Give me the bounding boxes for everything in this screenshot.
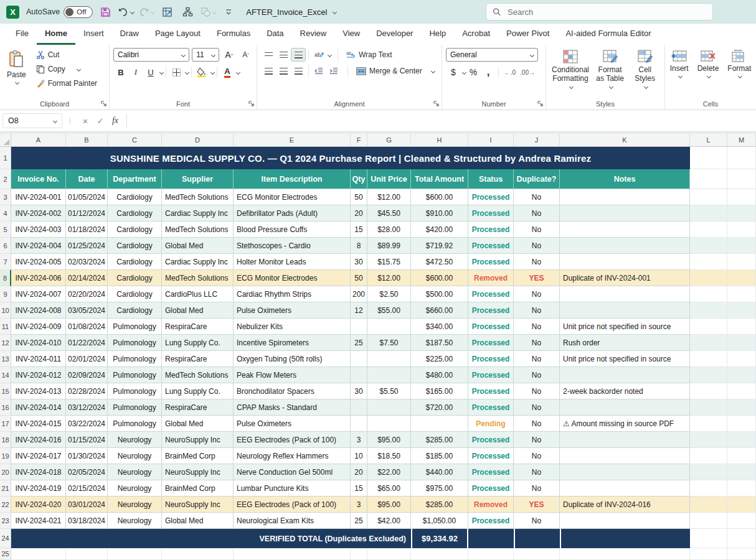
cell-B18[interactable]: 01/15/2024	[66, 432, 108, 448]
cell-M3[interactable]	[727, 189, 756, 205]
cell-M25[interactable]	[727, 548, 756, 560]
cell-E19[interactable]: Neurology Reflex Hammers	[234, 448, 351, 464]
verified-total-label[interactable]: VERIFIED TOTAL (Duplicates Excluded)	[11, 529, 411, 548]
tab-insert[interactable]: Insert	[75, 24, 112, 45]
cell-G18[interactable]: $95.00	[367, 432, 411, 448]
cell-M1[interactable]	[727, 147, 756, 169]
cell-F23[interactable]: 25	[351, 513, 367, 529]
row-header-21[interactable]: 21	[0, 480, 11, 497]
cell-H11[interactable]: $340.00	[411, 319, 468, 335]
cell-H14[interactable]: $480.00	[411, 367, 468, 383]
search-input[interactable]	[506, 7, 706, 17]
cell-M24[interactable]	[727, 529, 756, 548]
cell-G25[interactable]	[367, 548, 411, 560]
cell-B22[interactable]: 03/01/2024	[66, 497, 108, 513]
cell-E11[interactable]: Nebulizer Kits	[234, 319, 351, 335]
cell-H10[interactable]: $660.00	[411, 302, 468, 319]
cell-D6[interactable]: Global Med	[162, 238, 234, 254]
shapes-button[interactable]	[200, 4, 216, 20]
borders-button[interactable]	[169, 65, 184, 79]
cell-J7[interactable]: No	[514, 254, 560, 270]
cell-D16[interactable]: RespiraCare	[162, 399, 234, 416]
cell-G16[interactable]	[367, 399, 411, 416]
cell-L6[interactable]	[690, 238, 727, 254]
cell-G19[interactable]: $18.50	[367, 448, 411, 464]
cell-K11[interactable]: Unit price not specified in source	[560, 319, 690, 335]
format-painter-button[interactable]: Format Painter	[34, 77, 99, 90]
cell-E18[interactable]: EEG Electrodes (Pack of 100)	[234, 432, 351, 448]
cell-F8[interactable]: 50	[351, 270, 367, 286]
row-header-5[interactable]: 5	[0, 222, 11, 238]
cell-M23[interactable]	[727, 513, 756, 529]
format-cells-chevron[interactable]	[738, 74, 742, 78]
cell-C11[interactable]: Pulmonology	[108, 319, 162, 335]
cell-G9[interactable]: $2.50	[367, 286, 411, 302]
row-header-8[interactable]: 8	[0, 270, 11, 286]
cell-M17[interactable]	[727, 416, 756, 432]
cell-F4[interactable]: 20	[351, 205, 367, 222]
merge-center-button[interactable]: Merge & Center	[354, 64, 437, 78]
delete-cells-chevron[interactable]	[707, 74, 711, 78]
cell-A25[interactable]	[11, 548, 66, 560]
cell-A6[interactable]: INV-2024-004	[11, 238, 66, 254]
cell-L15[interactable]	[690, 383, 727, 399]
align-bottom-button[interactable]	[291, 48, 306, 62]
row-header-14[interactable]: 14	[0, 367, 11, 383]
tab-home[interactable]: Home	[37, 24, 75, 45]
cell-L25[interactable]	[690, 548, 727, 560]
table-header-notes[interactable]: Notes	[560, 169, 690, 189]
cell-I4[interactable]: Processed	[468, 205, 514, 222]
cell-E10[interactable]: Pulse Oximeters	[234, 302, 351, 319]
cell-I24[interactable]	[468, 529, 514, 548]
cell-K22[interactable]: Duplicate of INV-2024-016	[560, 497, 690, 513]
font-color-button[interactable]: A	[220, 65, 235, 79]
cell-F25[interactable]	[351, 548, 367, 560]
cell-F9[interactable]: 200	[351, 286, 367, 302]
tab-developer[interactable]: Developer	[368, 24, 421, 45]
cell-F5[interactable]: 15	[351, 222, 367, 238]
row-header-25[interactable]: 25	[0, 548, 11, 560]
cell-M19[interactable]	[727, 448, 756, 464]
cell-I15[interactable]: Processed	[468, 383, 514, 399]
tab-ai-aided-formula-editor[interactable]: AI-aided Formula Editor	[557, 24, 659, 45]
row-header-7[interactable]: 7	[0, 254, 11, 270]
cell-L20[interactable]	[690, 464, 727, 480]
redo-menu-chevron[interactable]	[151, 9, 155, 14]
cell-I11[interactable]: Processed	[468, 319, 514, 335]
row-header-17[interactable]: 17	[0, 416, 11, 432]
cell-F20[interactable]: 20	[351, 464, 367, 480]
cell-M11[interactable]	[727, 319, 756, 335]
cell-M5[interactable]	[727, 222, 756, 238]
tab-formulas[interactable]: Formulas	[209, 24, 258, 45]
cell-A4[interactable]: INV-2024-002	[11, 205, 66, 222]
cell-L2[interactable]	[690, 169, 727, 189]
cell-J19[interactable]: No	[514, 448, 560, 464]
tab-power-pivot[interactable]: Power Pivot	[498, 24, 557, 45]
cell-M2[interactable]	[727, 169, 756, 189]
cell-K10[interactable]	[560, 302, 690, 319]
cell-K9[interactable]	[560, 286, 690, 302]
cell-F18[interactable]: 3	[351, 432, 367, 448]
cell-G21[interactable]: $65.00	[367, 480, 411, 497]
cell-M21[interactable]	[727, 480, 756, 497]
cell-L3[interactable]	[690, 189, 727, 205]
number-format-select[interactable]: General	[446, 48, 538, 62]
cell-F19[interactable]: 10	[351, 448, 367, 464]
cell-D7[interactable]: Cardiac Supply Inc	[162, 254, 234, 270]
cell-I25[interactable]	[468, 548, 514, 560]
cell-L1[interactable]	[690, 147, 727, 169]
cell-B13[interactable]: 02/01/2024	[66, 351, 108, 367]
cell-E21[interactable]: Lumbar Puncture Kits	[234, 480, 351, 497]
cell-L21[interactable]	[690, 480, 727, 497]
cell-L17[interactable]	[690, 416, 727, 432]
cell-D17[interactable]: Global Med	[162, 416, 234, 432]
cell-B25[interactable]	[66, 548, 108, 560]
cell-H15[interactable]: $165.00	[411, 383, 468, 399]
cell-L23[interactable]	[690, 513, 727, 529]
cell-L19[interactable]	[690, 448, 727, 464]
align-center-button[interactable]	[276, 64, 291, 78]
cell-G23[interactable]: $42.00	[367, 513, 411, 529]
row-header-2[interactable]: 2	[0, 169, 11, 189]
currency-format-button[interactable]: $	[446, 65, 461, 79]
row-header-11[interactable]: 11	[0, 319, 11, 335]
